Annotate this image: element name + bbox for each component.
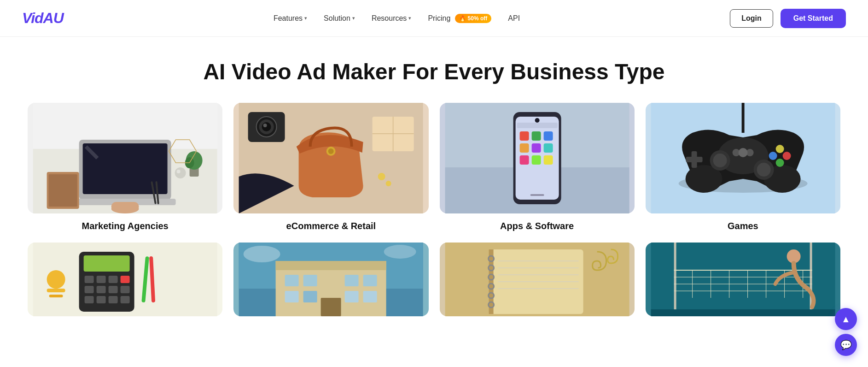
svg-rect-80	[109, 296, 118, 303]
brand-logo[interactable]: VidAU	[22, 10, 64, 27]
svg-point-31	[378, 173, 385, 180]
card-finance[interactable]	[28, 243, 222, 324]
svg-rect-46	[531, 155, 541, 165]
card-thumbnail-games	[646, 103, 840, 213]
chevron-up-icon: ▲	[841, 314, 851, 324]
nav-actions: Login Get Started	[730, 9, 846, 28]
card-thumbnail-education	[440, 243, 635, 316]
svg-rect-99	[321, 298, 341, 316]
svg-point-55	[713, 154, 727, 167]
card-thumbnail-real-estate	[233, 243, 428, 316]
svg-rect-95	[285, 291, 299, 302]
svg-point-15	[177, 170, 181, 173]
svg-rect-116	[651, 243, 835, 316]
login-button[interactable]: Login	[730, 9, 773, 28]
nav-item-pricing[interactable]: Pricing 🔥 50% off	[428, 14, 491, 23]
card-label-marketing: Marketing Agencies	[82, 221, 169, 231]
svg-rect-71	[97, 276, 106, 283]
card-label-ecommerce: eCommerce & Retail	[286, 221, 376, 231]
svg-rect-7	[111, 202, 139, 211]
svg-rect-85	[47, 289, 65, 292]
nav-links: Features ▾ Solution ▾ Resources ▾ Pricin…	[274, 14, 520, 23]
svg-point-57	[757, 163, 770, 177]
svg-rect-81	[121, 296, 130, 303]
svg-rect-3	[83, 143, 168, 194]
card-fitness[interactable]	[646, 243, 840, 324]
svg-point-60	[775, 145, 784, 153]
card-games[interactable]: Games	[646, 103, 840, 231]
features-chevron: ▾	[304, 15, 307, 21]
svg-point-25	[262, 122, 271, 131]
features-label: Features	[274, 14, 303, 23]
main-content: AI Video Ad Maker For Every Business Typ…	[0, 37, 868, 324]
svg-rect-43	[531, 143, 541, 153]
card-image-finance	[28, 243, 222, 316]
svg-rect-40	[531, 131, 541, 141]
svg-point-84	[47, 270, 65, 289]
api-label: API	[508, 14, 520, 23]
svg-rect-39	[519, 131, 529, 141]
solution-label: Solution	[324, 14, 350, 23]
svg-rect-77	[121, 286, 130, 293]
svg-rect-45	[519, 155, 529, 165]
resources-chevron: ▾	[408, 15, 411, 21]
card-thumbnail-finance	[28, 243, 222, 316]
card-label-apps: Apps & Software	[500, 221, 574, 231]
card-image-real-estate	[233, 243, 428, 316]
svg-rect-70	[85, 276, 94, 283]
svg-rect-90	[276, 261, 386, 270]
card-image-education	[440, 243, 635, 316]
card-thumbnail-fitness	[646, 243, 840, 316]
card-thumbnail-ecommerce	[233, 103, 428, 213]
svg-point-61	[769, 152, 777, 160]
cards-grid: Marketing Agencies	[28, 103, 840, 324]
svg-point-66	[738, 148, 747, 157]
svg-rect-93	[345, 275, 359, 286]
svg-point-21	[328, 148, 334, 154]
nav-item-solution[interactable]: Solution ▾	[324, 14, 355, 23]
svg-rect-98	[363, 291, 377, 302]
svg-rect-117	[674, 243, 676, 316]
svg-rect-76	[109, 286, 118, 293]
svg-point-14	[175, 167, 186, 178]
svg-point-26	[263, 124, 267, 127]
navbar: VidAU Features ▾ Solution ▾ Resources ▾ …	[0, 0, 868, 37]
svg-point-100	[244, 246, 280, 262]
card-image-fitness	[646, 243, 840, 316]
svg-rect-104	[489, 249, 493, 314]
nav-item-features[interactable]: Features ▾	[274, 14, 307, 23]
svg-rect-48	[530, 194, 544, 196]
svg-rect-78	[85, 296, 94, 303]
card-marketing-agencies[interactable]: Marketing Agencies	[28, 103, 222, 231]
card-image-marketing	[28, 103, 222, 213]
svg-rect-38	[517, 123, 557, 128]
get-started-button[interactable]: Get Started	[781, 9, 846, 28]
svg-rect-94	[363, 275, 377, 286]
nav-item-resources[interactable]: Resources ▾	[372, 14, 411, 23]
svg-point-37	[535, 118, 539, 123]
svg-rect-74	[85, 286, 94, 293]
card-image-games	[646, 103, 840, 213]
pricing-badge: 🔥 50% off	[455, 14, 491, 23]
card-ecommerce[interactable]: eCommerce & Retail	[233, 103, 428, 231]
card-image-apps	[440, 103, 635, 213]
svg-rect-44	[543, 143, 553, 153]
card-real-estate[interactable]	[233, 243, 428, 324]
nav-item-api[interactable]: API	[508, 14, 520, 23]
svg-rect-69	[84, 255, 130, 272]
svg-rect-92	[303, 275, 317, 286]
svg-rect-72	[109, 276, 118, 283]
card-apps[interactable]: Apps & Software	[440, 103, 635, 231]
resources-label: Resources	[372, 14, 407, 23]
svg-rect-79	[97, 296, 106, 303]
card-education[interactable]	[440, 243, 635, 324]
solution-chevron: ▾	[352, 15, 355, 21]
svg-point-63	[775, 159, 784, 167]
svg-rect-97	[345, 291, 359, 302]
pricing-label: Pricing	[428, 14, 450, 23]
svg-rect-75	[97, 286, 106, 293]
svg-rect-96	[303, 291, 317, 302]
svg-rect-91	[285, 275, 299, 286]
svg-rect-59	[686, 157, 702, 162]
card-thumbnail-marketing	[28, 103, 222, 213]
